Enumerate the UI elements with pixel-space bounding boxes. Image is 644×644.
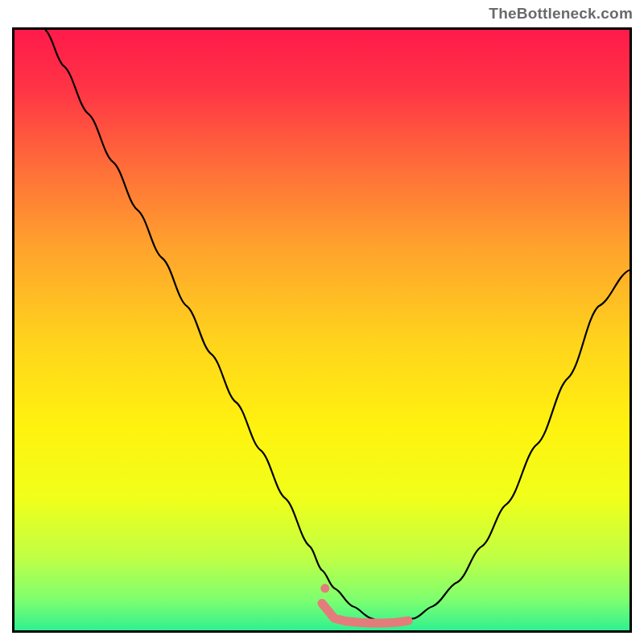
attribution-text: TheBottleneck.com [489, 5, 633, 23]
chart-background [14, 30, 630, 630]
optimal-band-dot [320, 584, 329, 592]
chart-area [14, 30, 630, 630]
